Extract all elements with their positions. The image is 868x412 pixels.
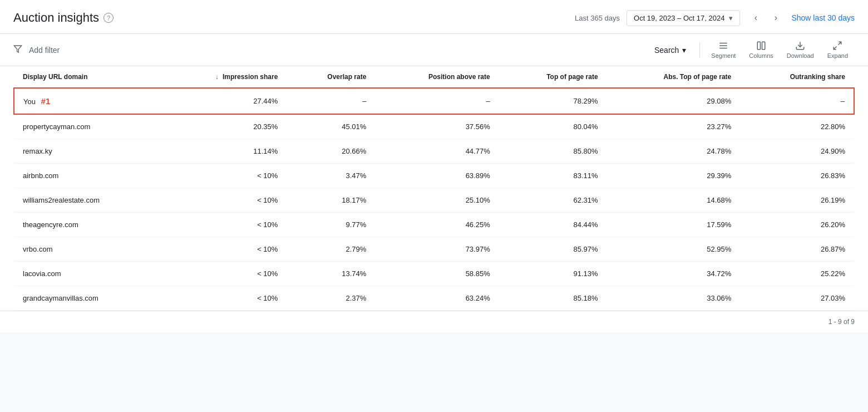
overlap-rate: 2.79%: [287, 237, 375, 262]
header-right: Last 365 days Oct 19, 2023 – Oct 17, 202…: [575, 9, 855, 27]
you-impression-share: 27.44%: [161, 88, 287, 114]
impression-share: < 10%: [161, 164, 287, 188]
impression-share: < 10%: [161, 213, 287, 237]
domain-cell: propertycayman.com: [14, 114, 161, 139]
overlap-rate: 45.01%: [287, 114, 375, 139]
outranking-share: 26.20%: [740, 213, 854, 237]
outranking-share: 26.87%: [740, 237, 854, 262]
abs-top-of-page-rate: 24.78%: [607, 139, 741, 164]
domain-cell: theagencyre.com: [14, 213, 161, 237]
table-row: propertycayman.com20.35%45.01%37.56%80.0…: [14, 114, 854, 139]
col-header-outranking-share: Outranking share: [740, 66, 854, 88]
you-label: You: [23, 97, 36, 106]
header-left: Auction insights ?: [13, 11, 114, 25]
you-row: You #1 27.44% – – 78.29% 29.08% –: [14, 88, 854, 114]
top-of-page-rate: 84.44%: [499, 213, 607, 237]
top-of-page-rate: 62.31%: [499, 188, 607, 213]
impression-share: 11.14%: [161, 139, 287, 164]
top-of-page-rate: 85.97%: [499, 237, 607, 262]
outranking-share: 26.83%: [740, 164, 854, 188]
rank-badge: #1: [41, 96, 51, 106]
sort-icon: ↓: [215, 73, 219, 81]
you-overlap-rate: –: [287, 88, 375, 114]
position-above-rate: 25.10%: [375, 188, 499, 213]
search-button[interactable]: Search ▾: [645, 42, 695, 58]
impression-share: < 10%: [161, 286, 287, 311]
you-domain-cell: You #1: [14, 88, 161, 114]
overlap-rate: 9.77%: [287, 213, 375, 237]
download-button[interactable]: Download: [780, 38, 821, 61]
you-outranking-share: –: [740, 88, 854, 114]
expand-button[interactable]: Expand: [821, 38, 855, 61]
overlap-rate: 13.74%: [287, 262, 375, 286]
table-row: grandcaymanvillas.com< 10%2.37%63.24%85.…: [14, 286, 854, 311]
search-label: Search: [654, 46, 679, 55]
impression-share: < 10%: [161, 188, 287, 213]
abs-top-of-page-rate: 33.06%: [607, 286, 741, 311]
domain-cell: grandcaymanvillas.com: [14, 286, 161, 311]
abs-top-of-page-rate: 34.72%: [607, 262, 741, 286]
outranking-share: 24.90%: [740, 139, 854, 164]
top-of-page-rate: 91.13%: [499, 262, 607, 286]
domain-cell: airbnb.com: [14, 164, 161, 188]
date-picker[interactable]: Oct 19, 2023 – Oct 17, 2024 ▾: [627, 10, 740, 26]
you-position-above-rate: –: [375, 88, 499, 114]
col-header-position-above-rate: Position above rate: [375, 66, 499, 88]
table-row: vrbo.com< 10%2.79%73.97%85.97%52.95%26.8…: [14, 237, 854, 262]
abs-top-of-page-rate: 17.59%: [607, 213, 741, 237]
overlap-rate: 18.17%: [287, 188, 375, 213]
auction-insights-table: Display URL domain ↓ Impression share Ov…: [13, 66, 855, 311]
overlap-rate: 3.47%: [287, 164, 375, 188]
table-row: theagencyre.com< 10%9.77%46.25%84.44%17.…: [14, 213, 854, 237]
segment-label: Segment: [711, 52, 736, 59]
search-chevron-icon: ▾: [682, 46, 686, 55]
svg-rect-4: [757, 42, 760, 50]
position-above-rate: 73.97%: [375, 237, 499, 262]
domain-cell: williams2realestate.com: [14, 188, 161, 213]
abs-top-of-page-rate: 29.39%: [607, 164, 741, 188]
help-icon[interactable]: ?: [103, 13, 114, 23]
columns-button[interactable]: Columns: [742, 38, 780, 61]
toolbar-right: Search ▾ Segment Columns: [645, 38, 855, 61]
domain-cell: lacovia.com: [14, 262, 161, 286]
expand-label: Expand: [827, 52, 848, 59]
prev-arrow[interactable]: ‹: [747, 9, 765, 27]
domain-cell: vrbo.com: [14, 237, 161, 262]
next-arrow[interactable]: ›: [767, 9, 785, 27]
outranking-share: 25.22%: [740, 262, 854, 286]
position-above-rate: 37.56%: [375, 114, 499, 139]
abs-top-of-page-rate: 23.27%: [607, 114, 741, 139]
chevron-down-icon: ▾: [729, 14, 733, 22]
svg-rect-5: [762, 42, 765, 50]
table-header-row: Display URL domain ↓ Impression share Ov…: [14, 66, 854, 88]
position-above-rate: 44.77%: [375, 139, 499, 164]
outranking-share: 22.80%: [740, 114, 854, 139]
pagination: 1 - 9 of 9: [0, 311, 868, 332]
pagination-info: 1 - 9 of 9: [828, 318, 855, 326]
position-above-rate: 46.25%: [375, 213, 499, 237]
date-range-value: Oct 19, 2023 – Oct 17, 2024: [634, 14, 724, 22]
top-of-page-rate: 80.04%: [499, 114, 607, 139]
impression-share: < 10%: [161, 262, 287, 286]
header: Auction insights ? Last 365 days Oct 19,…: [0, 0, 868, 34]
col-header-impression-share[interactable]: ↓ Impression share: [161, 66, 287, 88]
you-top-of-page-rate: 78.29%: [499, 88, 607, 114]
impression-share: < 10%: [161, 237, 287, 262]
col-header-abs-top-of-page-rate: Abs. Top of page rate: [607, 66, 741, 88]
segment-button[interactable]: Segment: [704, 38, 742, 61]
filter-area: Add filter: [13, 43, 637, 57]
svg-line-7: [839, 42, 841, 45]
impression-share: 20.35%: [161, 114, 287, 139]
abs-top-of-page-rate: 52.95%: [607, 237, 741, 262]
add-filter-button[interactable]: Add filter: [27, 43, 62, 57]
abs-top-of-page-rate: 14.68%: [607, 188, 741, 213]
toolbar: Add filter Search ▾ Segment: [0, 34, 868, 66]
top-of-page-rate: 85.80%: [499, 139, 607, 164]
top-of-page-rate: 83.11%: [499, 164, 607, 188]
you-abs-top-of-page-rate: 29.08%: [607, 88, 741, 114]
top-of-page-rate: 85.18%: [499, 286, 607, 311]
svg-line-8: [834, 47, 837, 50]
domain-cell: remax.ky: [14, 139, 161, 164]
show-last-30-link[interactable]: Show last 30 days: [791, 13, 855, 22]
position-above-rate: 63.89%: [375, 164, 499, 188]
